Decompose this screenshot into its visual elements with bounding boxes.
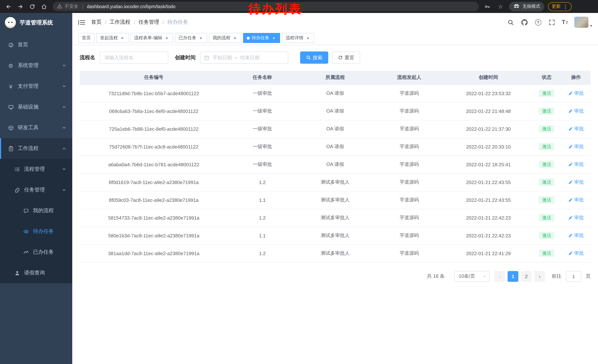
approve-link[interactable]: 审批 <box>568 179 584 186</box>
fullscreen-icon[interactable] <box>548 18 555 26</box>
cell-process: OA 请假 <box>297 155 374 173</box>
cell-task-name: 一级审批 <box>228 102 297 120</box>
tab[interactable]: 首页 × <box>78 33 94 43</box>
breadcrumb-item[interactable]: 任务管理 <box>139 19 159 25</box>
close-tab-icon[interactable]: × <box>271 35 276 40</box>
page-button[interactable]: 1 <box>507 271 518 282</box>
approve-link[interactable]: 审批 <box>568 161 584 168</box>
breadcrumb-item[interactable]: 待办任务 <box>167 19 188 25</box>
page-size-value: 10条/页 <box>459 273 475 280</box>
create-time-label: 创建时间 <box>175 54 196 61</box>
column-header: 任务编号 <box>80 71 228 84</box>
todo-table: 任务编号任务名称所属流程流程发起人创建时间状态操作 73211d9d-7b9b-… <box>80 71 590 262</box>
tab[interactable]: 已办任务 × <box>175 33 207 43</box>
next-page-button[interactable]: › <box>534 271 545 282</box>
tab[interactable]: 待办任务 × <box>243 33 280 43</box>
app-header: 首页 / 工作流程 / 任务管理 / 待办任务 / ? <box>72 13 598 32</box>
edit-pen-icon <box>568 127 573 131</box>
github-icon[interactable] <box>521 18 528 26</box>
todo-task-icon <box>23 228 29 235</box>
edit-pen-icon <box>568 198 573 202</box>
sidebar-item[interactable]: ⚙ 系统管理 <box>0 55 72 76</box>
cell-task-id: 58154733-7ac8-11ec-a9e2-a2380e71991a <box>80 209 228 226</box>
sidebar-item[interactable]: 已办任务 <box>0 242 72 263</box>
close-tab-icon[interactable]: × <box>305 35 310 40</box>
table-row: 75d72608-7b7f-11ec-a3c8-acde48001122 一级审… <box>80 138 590 155</box>
tab[interactable]: 流程详情 × <box>282 33 314 43</box>
reset-button[interactable]: 重置 <box>332 51 360 64</box>
sidebar-item[interactable]: 首页 <box>0 34 72 55</box>
approve-link-label: 审批 <box>574 108 584 114</box>
approve-link[interactable]: 审批 <box>568 197 584 203</box>
forward-icon[interactable] <box>16 2 25 11</box>
update-button[interactable]: 更新 ⋮ <box>548 2 572 11</box>
sidebar-item[interactable]: 基础设施 <box>0 97 72 117</box>
page-button[interactable]: 2 <box>521 271 532 282</box>
cell-initiator: 芋道源码 <box>374 155 445 173</box>
edit-pen-icon <box>568 180 573 184</box>
status-badge: 激活 <box>539 90 555 97</box>
cell-initiator: 芋道源码 <box>374 138 445 155</box>
sidebar-item[interactable]: ¥ 支付管理 <box>0 76 72 97</box>
table-row: 58154733-7ac8-11ec-a9e2-a2380e71991a 1.2… <box>80 209 590 226</box>
approve-link-label: 审批 <box>574 197 584 203</box>
search-button[interactable]: 搜索 <box>300 51 328 64</box>
breadcrumb-item[interactable]: 工作流程 <box>110 19 130 25</box>
close-tab-icon[interactable]: × <box>164 35 169 40</box>
date-range-picker[interactable]: 开始日期 - 结束日期 <box>200 51 288 64</box>
back-icon[interactable] <box>4 2 13 11</box>
sidebar-item[interactable]: 待办任务 <box>0 221 72 242</box>
edit-pen-icon <box>568 145 573 149</box>
column-header: 状态 <box>532 71 562 84</box>
cell-process: 测试多审批人 <box>297 191 374 209</box>
close-tab-icon[interactable]: × <box>120 35 125 40</box>
table-row: 381aa1dd-7ac8-11ec-a9e2-a2380e71991a 1.2… <box>80 244 590 262</box>
chevron-icon <box>62 188 66 192</box>
approve-link[interactable]: 审批 <box>568 90 584 97</box>
dashboard-icon <box>8 42 14 48</box>
approve-link[interactable]: 审批 <box>568 126 584 132</box>
search-icon[interactable] <box>507 18 514 26</box>
process-name-input[interactable]: 请输入流程名 <box>100 51 168 64</box>
cell-task-id: 8f059c03-7ac8-11ec-a9e2-a2380e71991a <box>80 191 228 209</box>
approve-link[interactable]: 审批 <box>568 232 584 239</box>
approve-link[interactable]: 审批 <box>568 250 584 257</box>
sidebar-item[interactable]: 流程管理 <box>0 159 72 180</box>
home-icon[interactable] <box>39 2 49 11</box>
goto-page-value: 1 <box>572 274 575 279</box>
sidebar-item[interactable]: 研发工具 <box>0 117 72 138</box>
sidebar-item[interactable]: 任务管理 <box>0 180 72 200</box>
approve-link[interactable]: 审批 <box>568 214 584 221</box>
close-tab-icon[interactable]: × <box>198 35 203 40</box>
tab[interactable]: 发起流程 × <box>96 33 129 43</box>
tab-label: 发起流程 <box>100 35 118 41</box>
approve-link[interactable]: 审批 <box>568 108 584 114</box>
sidebar-item[interactable]: 请假查询 <box>0 263 72 283</box>
breadcrumb-item[interactable]: 首页 <box>91 19 101 25</box>
browser-menu-icon[interactable]: ⋮ <box>563 4 568 9</box>
bookmark-star-icon[interactable]: ☆ <box>496 2 505 11</box>
key-icon[interactable] <box>482 2 492 11</box>
hamburger-icon[interactable] <box>78 19 85 25</box>
page-size-select[interactable]: 10条/页 <box>454 271 490 282</box>
start-date-placeholder: 开始日期 <box>213 54 232 61</box>
help-icon[interactable]: ? <box>534 18 542 26</box>
prev-page-button[interactable]: ‹ <box>494 271 505 282</box>
end-date-placeholder: 结束日期 <box>240 54 259 61</box>
sidebar-item-label: 已办任务 <box>33 249 54 256</box>
tab[interactable]: 我的流程 × <box>209 33 241 43</box>
reload-icon[interactable] <box>27 2 37 11</box>
approve-link[interactable]: 审批 <box>568 143 584 150</box>
close-tab-icon[interactable]: × <box>232 35 238 40</box>
app-logo[interactable]: 芋道管理系统 <box>0 13 72 32</box>
sidebar-item[interactable]: 工作流程 <box>0 138 72 159</box>
goto-page-input[interactable]: 1 <box>566 271 581 282</box>
font-size-icon[interactable]: TT <box>562 19 568 25</box>
annotation-todo-list: 待办列表 <box>249 3 302 15</box>
user-avatar[interactable] <box>574 17 588 28</box>
tab-label: 流程详情 <box>286 35 303 41</box>
sidebar-item[interactable]: 我的流程 <box>0 200 72 221</box>
tab[interactable]: 流程表单-编辑 × <box>130 33 173 43</box>
user-menu[interactable]: ▾ <box>574 17 592 28</box>
tools-icon <box>8 125 14 131</box>
